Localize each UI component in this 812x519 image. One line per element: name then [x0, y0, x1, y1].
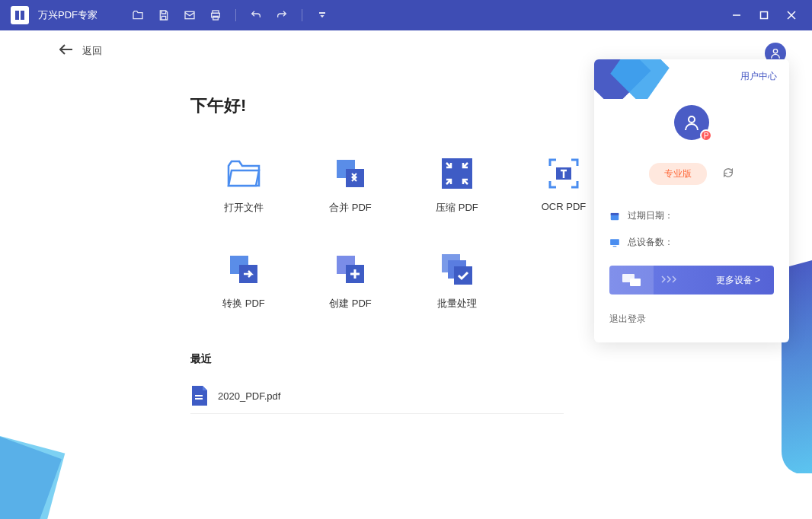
tile-label: 转换 PDF	[222, 297, 265, 310]
menu-dropdown-icon[interactable]	[316, 9, 328, 21]
expire-label: 过期日期：	[628, 209, 673, 222]
merge-icon	[334, 157, 367, 190]
chevron-right-icon	[661, 275, 676, 285]
tile-label: 合并 PDF	[329, 201, 372, 215]
batch-icon	[440, 253, 474, 286]
more-devices-button[interactable]: 更多设备 >	[609, 266, 774, 295]
device-row: 总设备数：	[609, 236, 774, 249]
svg-rect-4	[319, 12, 325, 14]
titlebar: 万兴PDF专家	[0, 0, 812, 30]
svg-rect-20	[195, 395, 203, 396]
calendar-icon	[609, 211, 620, 221]
back-arrow-icon[interactable]	[59, 44, 73, 58]
recent-file-item[interactable]: 2020_PDF.pdf	[190, 386, 564, 414]
pro-badge-icon: P	[700, 129, 712, 142]
refresh-icon[interactable]	[722, 167, 734, 182]
app-window: 万兴PDF专家 返回 下午好! 打开文件	[0, 0, 812, 519]
more-devices-label: 更多设备 >	[716, 274, 774, 287]
panel-decoration	[594, 59, 678, 99]
tile-label: 批量处理	[437, 297, 477, 310]
svg-rect-21	[195, 398, 203, 400]
folder-icon[interactable]	[132, 9, 144, 21]
tile-label: 压缩 PDF	[436, 201, 478, 215]
redo-icon[interactable]	[276, 9, 288, 21]
minimize-button[interactable]	[731, 10, 742, 21]
convert-icon	[227, 253, 261, 286]
user-panel: 用户中心 P 专业版 过期日期： 总设备数：	[594, 59, 789, 342]
panel-header: 用户中心	[594, 59, 789, 99]
recent-heading: 最近	[190, 352, 812, 366]
open-file-icon	[227, 157, 261, 190]
svg-rect-29	[630, 279, 641, 286]
tile-merge-pdf[interactable]: 合并 PDF	[297, 157, 404, 215]
pdf-file-icon	[190, 386, 207, 406]
tile-batch-process[interactable]: 批量处理	[404, 253, 510, 310]
monitor-icon	[609, 237, 620, 248]
pro-label: 专业版	[649, 163, 707, 185]
tile-label: OCR PDF	[542, 201, 587, 212]
toolbar	[132, 9, 328, 21]
content-area: 返回 下午好! 打开文件 合并 PDF 压缩 PDF OCR PDF 转	[0, 30, 812, 519]
device-label: 总设备数：	[628, 236, 673, 249]
svg-rect-25	[611, 212, 619, 215]
separator	[302, 9, 302, 21]
back-label[interactable]: 返回	[82, 44, 102, 58]
tile-compress-pdf[interactable]: 压缩 PDF	[404, 157, 510, 215]
window-controls	[731, 10, 806, 21]
app-logo-icon	[11, 6, 29, 24]
undo-icon[interactable]	[250, 9, 262, 21]
svg-rect-27	[613, 246, 617, 247]
separator	[235, 9, 236, 21]
devices-icon	[609, 266, 654, 295]
save-icon[interactable]	[158, 9, 170, 21]
maximize-button[interactable]	[759, 10, 769, 21]
tile-create-pdf[interactable]: 创建 PDF	[297, 253, 404, 310]
compress-icon	[440, 157, 474, 190]
create-icon	[334, 253, 367, 286]
decoration-left	[0, 405, 76, 519]
recent-file-name: 2020_PDF.pdf	[218, 390, 280, 402]
logout-link[interactable]: 退出登录	[609, 313, 774, 326]
app-title: 万兴PDF专家	[38, 8, 98, 22]
user-avatar[interactable]: P	[674, 105, 709, 140]
expire-row: 过期日期：	[609, 209, 774, 222]
tile-label: 创建 PDF	[329, 297, 372, 310]
svg-point-22	[773, 49, 777, 53]
print-icon[interactable]	[209, 9, 222, 21]
tile-label: 打开文件	[224, 201, 264, 215]
svg-point-23	[689, 116, 695, 123]
user-center-link[interactable]: 用户中心	[740, 70, 777, 83]
svg-rect-26	[610, 239, 619, 245]
close-button[interactable]	[786, 10, 797, 21]
mail-icon[interactable]	[184, 9, 196, 21]
tile-open-file[interactable]: 打开文件	[190, 157, 297, 215]
tile-convert-pdf[interactable]: 转换 PDF	[190, 253, 297, 310]
ocr-icon	[547, 157, 580, 190]
account-info: 过期日期： 总设备数：	[609, 209, 774, 249]
svg-rect-6	[761, 12, 768, 19]
